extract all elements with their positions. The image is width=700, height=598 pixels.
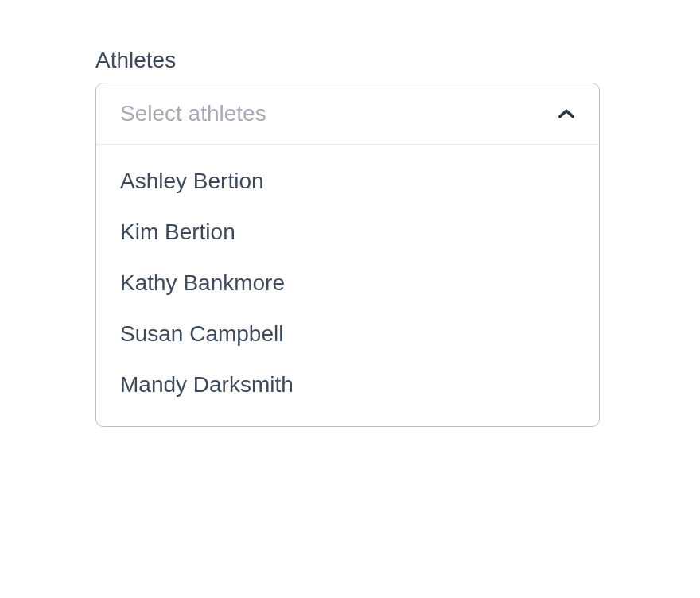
select-option[interactable]: Susan Campbell (96, 309, 599, 359)
select-option[interactable]: Kathy Bankmore (96, 258, 599, 309)
select-option[interactable]: Kim Bertion (96, 207, 599, 258)
select-placeholder: Select athletes (120, 101, 266, 126)
athletes-select[interactable]: Select athletes Ashley Bertion Kim Berti… (95, 83, 600, 427)
select-options-list: Ashley Bertion Kim Bertion Kathy Bankmor… (96, 145, 599, 426)
chevron-up-icon (558, 105, 575, 122)
select-option[interactable]: Mandy Darksmith (96, 359, 599, 410)
select-option[interactable]: Ashley Bertion (96, 156, 599, 207)
field-label: Athletes (95, 48, 605, 73)
select-header[interactable]: Select athletes (96, 83, 599, 144)
